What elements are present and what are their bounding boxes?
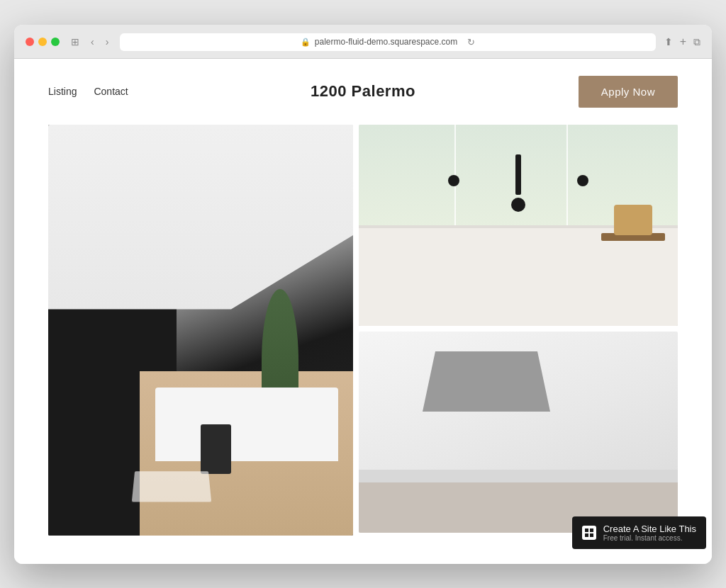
nav-listing[interactable]: Listing <box>48 86 77 97</box>
close-button[interactable] <box>26 38 34 46</box>
gallery-left-col <box>48 125 353 536</box>
ceiling <box>48 125 353 310</box>
kitchen-photo <box>359 332 678 533</box>
sponge <box>614 205 652 235</box>
stump <box>201 424 231 474</box>
handle-left <box>448 175 459 186</box>
lock-icon: 🔒 <box>301 38 311 47</box>
back-button[interactable]: ‹ <box>88 35 97 49</box>
nav-contact[interactable]: Contact <box>94 86 128 97</box>
url-text: palermo-fluid-demo.squarespace.com <box>315 37 457 47</box>
svg-rect-3 <box>590 533 593 537</box>
svg-rect-0 <box>585 528 588 532</box>
browser-nav-controls: ⊞ ‹ › <box>68 35 111 49</box>
svg-rect-1 <box>590 528 593 532</box>
badge-sub-text: Free trial. Instant access. <box>603 534 696 542</box>
site-title: 1200 Palermo <box>311 82 415 101</box>
svg-rect-2 <box>585 533 588 537</box>
fullscreen-button[interactable] <box>51 38 60 46</box>
sofa <box>155 388 338 461</box>
address-bar[interactable]: 🔒 palermo-fluid-demo.squarespace.com ↻ <box>120 33 655 51</box>
traffic-lights <box>26 38 60 46</box>
new-tab-icon[interactable]: + <box>680 35 686 48</box>
gallery-right-col <box>359 125 678 536</box>
site-nav: Listing Contact 1200 Palermo Apply Now <box>14 59 712 125</box>
squarespace-logo <box>582 526 596 540</box>
share-icon[interactable]: ⬆ <box>664 36 673 47</box>
bathtub-photo <box>359 125 678 326</box>
living-room-photo <box>48 125 353 536</box>
browser-chrome: ⊞ ‹ › 🔒 palermo-fluid-demo.squarespace.c… <box>14 25 712 59</box>
range-hood <box>423 351 550 412</box>
nav-links: Listing Contact <box>48 86 128 97</box>
forward-button[interactable]: › <box>103 35 112 49</box>
handle-right <box>577 175 588 186</box>
minimize-button[interactable] <box>38 38 47 46</box>
reload-icon[interactable]: ↻ <box>467 37 475 47</box>
browser-actions: ⬆ + ⧉ <box>664 35 700 48</box>
sidebar-toggle-icon[interactable]: ⊞ <box>68 35 82 49</box>
browser-window: ⊞ ‹ › 🔒 palermo-fluid-demo.squarespace.c… <box>14 25 712 564</box>
squarespace-badge[interactable]: Create A Site Like This Free trial. Inst… <box>572 516 706 549</box>
tabs-icon[interactable]: ⧉ <box>693 36 700 48</box>
apply-now-button[interactable]: Apply Now <box>579 76 678 108</box>
site-content: Listing Contact 1200 Palermo Apply Now <box>14 59 712 564</box>
photo-gallery <box>14 125 712 564</box>
faucet-handles <box>448 175 588 205</box>
countertop <box>359 470 678 482</box>
badge-main-text: Create A Site Like This <box>603 524 696 534</box>
rug <box>132 471 211 502</box>
badge-text: Create A Site Like This Free trial. Inst… <box>603 524 696 542</box>
